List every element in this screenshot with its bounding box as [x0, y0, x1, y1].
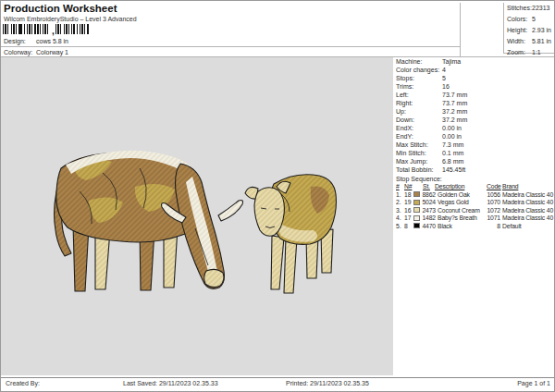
machine-row: EndX:0.00 in	[396, 125, 553, 133]
machine-label: Down:	[396, 116, 414, 124]
seq-index: 3.	[396, 207, 401, 214]
thread-color-swatch	[413, 207, 420, 213]
stat-row: Height:2.93 in	[504, 25, 555, 36]
machine-row: Left:73.7 mm	[396, 92, 553, 100]
machine-value: 7.3 mm	[442, 141, 463, 149]
machine-row: Machine:Tajima	[396, 58, 553, 67]
machine-label: Color changes:	[396, 67, 439, 74]
stat-row: Colors:5	[504, 14, 555, 25]
seq-code: 1056	[482, 191, 500, 199]
footer-divider	[1, 377, 555, 378]
seq-index: 1.	[396, 191, 401, 199]
machine-row: Trims:16	[396, 83, 553, 92]
thread-color-swatch	[413, 223, 420, 228]
seq-brand: Madeira Classic 40	[502, 191, 553, 199]
design-preview-area	[1, 57, 393, 375]
machine-info-panel: Machine:Tajima Color changes:4 Stops:5 T…	[396, 58, 553, 175]
design-label: Design:	[4, 38, 26, 45]
seq-code: 1071	[482, 214, 500, 222]
machine-value: 73.7 mm	[442, 92, 467, 99]
seq-index: 2.	[396, 199, 401, 206]
column-header-desc: Description	[435, 183, 464, 190]
stat-value: 2.93 in	[532, 27, 551, 34]
stat-row: Width:5.81 in	[504, 37, 555, 48]
seq-stitches: 5024	[421, 199, 436, 206]
stop-sequence-row: 4. 17 1482 Baby?s Breath 1071 Madeira Cl…	[396, 214, 555, 223]
seq-needle: 19	[404, 199, 411, 206]
thread-color-swatch	[413, 215, 420, 221]
stat-label: Height:	[507, 27, 527, 34]
machine-label: Trims:	[396, 83, 413, 91]
barcode-separator: ,	[52, 28, 55, 34]
seq-code: 1070	[482, 199, 500, 206]
header-vertical-divider	[460, 3, 461, 56]
seq-brand: Default	[502, 223, 522, 230]
machine-value: 37.2 mm	[442, 116, 467, 124]
stat-row: Stitches:22313	[504, 3, 555, 14]
machine-label: EndX:	[396, 125, 413, 132]
stop-sequence-title: Stop Sequence:	[396, 176, 442, 183]
column-header-n: N#	[404, 183, 412, 190]
column-header-st: St.	[423, 183, 430, 190]
design-stats-box: Stitches:22313 Colors:5 Height:2.93 in W…	[503, 3, 555, 54]
machine-label: EndY:	[396, 133, 413, 141]
stat-value: 5.81 in	[532, 38, 551, 45]
machine-value: 0.1 mm	[442, 150, 463, 157]
colorway-name: Colorway 1	[36, 49, 68, 56]
seq-needle: 8	[404, 223, 408, 230]
seq-needle: 18	[404, 191, 411, 199]
machine-label: Up:	[396, 108, 406, 116]
seq-description: Vegas Gold	[438, 199, 469, 206]
machine-label: Left:	[396, 92, 409, 99]
seq-stitches: 2473	[421, 207, 436, 214]
machine-row: Stops:5	[396, 75, 553, 83]
created-by-label: Created By:	[6, 380, 40, 387]
machine-row: Right:73.7 mm	[396, 100, 553, 108]
seq-description: Coconut Cream	[438, 207, 480, 214]
column-header-idx: #	[396, 183, 400, 190]
stat-label: Stitches:	[507, 5, 532, 12]
header-divider-1	[1, 46, 461, 47]
machine-label: Machine:	[396, 58, 422, 66]
machine-value: 145.45ft	[442, 166, 465, 174]
seq-brand: Madeira Classic 40	[502, 214, 553, 222]
barcode-bars-right	[56, 24, 89, 34]
seq-stitches: 1482	[421, 214, 436, 222]
machine-label: Min Stitch:	[396, 150, 426, 157]
seq-code: 1072	[482, 207, 500, 214]
machine-row: Color changes:4	[396, 67, 553, 75]
machine-value: Tajima	[442, 58, 461, 66]
seq-brand: Madeira Classic 40	[502, 207, 553, 214]
machine-value: 37.2 mm	[442, 108, 467, 116]
thread-color-swatch	[413, 200, 420, 205]
machine-row: Total Bobbin:145.45ft	[396, 166, 553, 175]
machine-label: Max Jump:	[396, 158, 427, 165]
seq-needle: 16	[404, 207, 411, 214]
seq-brand: Madeira Classic 40	[502, 199, 553, 206]
app-subtitle: Wilcom EmbroideryStudio – Level 3 Advanc…	[4, 16, 137, 23]
stat-value: 22313	[532, 5, 549, 12]
seq-description: Baby?s Breath	[438, 214, 477, 222]
machine-value: 6.8 mm	[442, 158, 463, 165]
thread-color-swatch	[413, 191, 420, 197]
stop-sequence-row: 1. 18 8862 Golden Oak 1056 Madeira Class…	[396, 191, 555, 200]
production-worksheet-page: Production Worksheet Wilcom EmbroiderySt…	[0, 0, 555, 392]
seq-description: Golden Oak	[438, 191, 470, 199]
page-title: Production Worksheet	[4, 3, 117, 14]
printed-text: Printed: 29/11/2023 02.35.35	[286, 380, 369, 387]
stat-value: 1:1	[532, 49, 541, 56]
seq-code: 8	[482, 223, 500, 230]
column-header-code: Code	[487, 183, 501, 190]
design-barcode: ,	[3, 24, 89, 34]
machine-label: Stops:	[396, 75, 414, 82]
stat-label: Width:	[507, 38, 525, 45]
colorway-label: Colorway:	[4, 49, 32, 56]
seq-description: Black	[438, 223, 452, 230]
stop-sequence-row: 3. 16 2473 Coconut Cream 1072 Madeira Cl…	[396, 207, 555, 215]
seq-index: 4.	[396, 214, 401, 222]
machine-row: EndY:0.00 in	[396, 133, 553, 141]
page-number: Page 1 of 1	[517, 380, 550, 387]
stop-sequence-row: 5. 8 4470 Black 8 Default	[396, 223, 555, 231]
machine-row: Down:37.2 mm	[396, 116, 553, 125]
stat-label: Zoom:	[507, 49, 525, 56]
